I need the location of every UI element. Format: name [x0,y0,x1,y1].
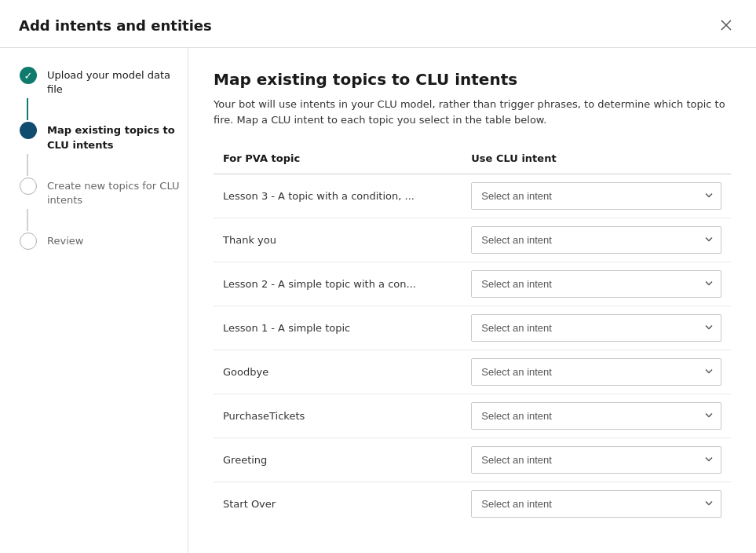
select-wrapper: Select an intent [471,226,721,254]
select-wrapper: Select an intent [471,358,721,386]
topic-cell: Greeting [214,438,462,482]
connector-line-2 [27,154,28,176]
intent-cell: Select an intent [462,438,731,482]
step-map: Map existing topics to CLU intents [19,122,188,152]
add-intents-dialog: Add intents and entities ✓ Upload your m… [0,0,756,553]
table-row: GreetingSelect an intent [214,438,731,482]
intent-cell: Select an intent [462,394,731,438]
select-wrapper: Select an intent [471,270,721,298]
main-content: Map existing topics to CLU intents Your … [188,48,756,553]
select-wrapper: Select an intent [471,182,721,210]
intent-cell: Select an intent [462,262,731,306]
step-create: Create new topics for CLU intents [19,178,188,207]
step-1-circle: ✓ [20,67,37,84]
intent-select-2[interactable]: Select an intent [471,270,721,298]
step-1-label: Upload your model data file [47,67,188,97]
connector-3 [19,207,188,233]
connector-line-1 [27,98,28,120]
intent-cell: Select an intent [462,350,731,394]
step-4-circle [20,233,37,250]
connector-line-3 [27,209,28,231]
table-row: Thank youSelect an intent [214,218,731,262]
topic-cell: Thank you [214,218,462,262]
intent-select-0[interactable]: Select an intent [471,182,721,210]
table-header-row: For PVA topic Use CLU intent [214,146,731,174]
intent-select-6[interactable]: Select an intent [471,446,721,474]
step-3-circle [20,178,37,195]
close-button[interactable] [715,14,737,36]
close-icon [720,19,732,31]
steps-container: ✓ Upload your model data file [19,67,188,250]
select-wrapper: Select an intent [471,446,721,474]
intent-select-3[interactable]: Select an intent [471,314,721,342]
section-description: Your bot will use intents in your CLU mo… [214,97,731,127]
topic-cell: Start Over [214,482,462,526]
intent-select-7[interactable]: Select an intent [471,490,721,518]
section-title: Map existing topics to CLU intents [214,70,731,89]
topic-cell: PurchaseTickets [214,394,462,438]
select-wrapper: Select an intent [471,402,721,430]
dialog-header: Add intents and entities [0,0,756,48]
dialog-title: Add intents and entities [19,17,212,34]
col-header-intent: Use CLU intent [462,146,731,174]
connector-1 [19,97,188,122]
topic-cell: Goodbye [214,350,462,394]
step-2-circle [20,122,37,139]
table-row: Lesson 1 - A simple topicSelect an inten… [214,306,731,350]
intent-select-4[interactable]: Select an intent [471,358,721,386]
sidebar: ✓ Upload your model data file [0,48,188,553]
mapping-table: For PVA topic Use CLU intent Lesson 3 - … [214,146,731,526]
table-row: PurchaseTicketsSelect an intent [214,394,731,438]
table-row: Lesson 3 - A topic with a condition, ...… [214,174,731,218]
table-row: Start OverSelect an intent [214,482,731,526]
table-row: GoodbyeSelect an intent [214,350,731,394]
select-wrapper: Select an intent [471,490,721,518]
step-upload: ✓ Upload your model data file [19,67,188,97]
intent-cell: Select an intent [462,306,731,350]
step-review: Review [19,233,188,250]
col-header-topic: For PVA topic [214,146,462,174]
intent-cell: Select an intent [462,482,731,526]
table-row: Lesson 2 - A simple topic with a con...S… [214,262,731,306]
topic-cell: Lesson 1 - A simple topic [214,306,462,350]
step-2-label: Map existing topics to CLU intents [47,122,188,152]
topic-cell: Lesson 2 - A simple topic with a con... [214,262,462,306]
intent-select-1[interactable]: Select an intent [471,226,721,254]
step-4-label: Review [47,233,83,248]
connector-2 [19,152,188,178]
step-3-label: Create new topics for CLU intents [47,178,188,207]
intent-cell: Select an intent [462,218,731,262]
topic-cell: Lesson 3 - A topic with a condition, ... [214,174,462,218]
intent-cell: Select an intent [462,174,731,218]
select-wrapper: Select an intent [471,314,721,342]
checkmark-icon: ✓ [24,70,33,82]
dialog-body: ✓ Upload your model data file [0,48,756,553]
intent-select-5[interactable]: Select an intent [471,402,721,430]
